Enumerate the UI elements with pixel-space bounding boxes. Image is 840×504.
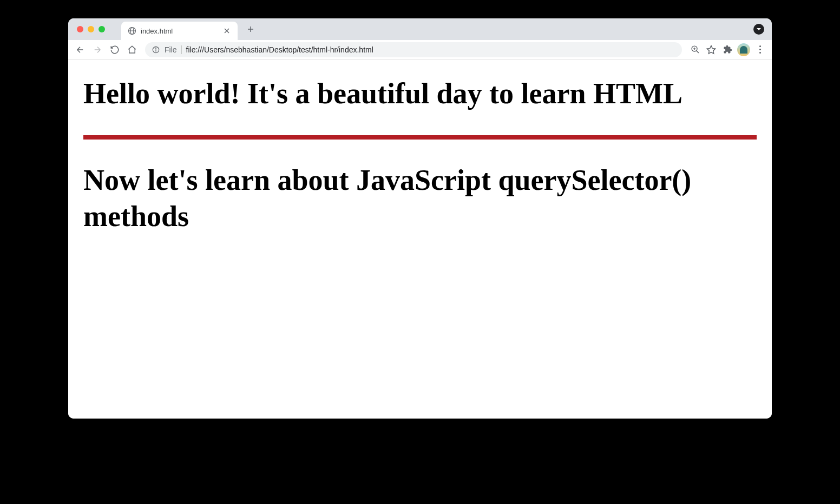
search-tabs-button[interactable] <box>753 24 764 35</box>
minimize-window-button[interactable] <box>88 26 94 32</box>
bookmark-icon[interactable] <box>704 42 719 57</box>
url-box[interactable]: File file:///Users/nsebhastian/Desktop/t… <box>145 42 682 57</box>
page-heading-2: Now let's learn about JavaScript querySe… <box>83 162 757 235</box>
home-button[interactable] <box>124 42 140 57</box>
window-controls <box>68 26 105 32</box>
tab-title: index.html <box>141 27 218 35</box>
url-text: file:///Users/nsebhastian/Desktop/test/h… <box>186 45 675 54</box>
globe-icon <box>128 26 136 35</box>
menu-button[interactable] <box>752 42 767 57</box>
svg-line-11 <box>696 51 698 53</box>
zoom-icon[interactable] <box>687 42 703 57</box>
url-divider <box>181 45 182 54</box>
close-window-button[interactable] <box>77 26 83 32</box>
browser-tab[interactable]: index.html <box>121 22 238 40</box>
extensions-icon[interactable] <box>720 42 735 57</box>
new-tab-button[interactable] <box>243 22 258 37</box>
forward-button[interactable] <box>90 42 105 57</box>
page-heading-1: Hello world! It's a beautiful day to lea… <box>83 76 757 112</box>
page-content: Hello world! It's a beautiful day to lea… <box>68 59 772 419</box>
horizontal-rule <box>83 135 757 140</box>
toolbar-icons <box>687 42 767 57</box>
back-button[interactable] <box>73 42 88 57</box>
profile-avatar[interactable] <box>737 43 750 56</box>
tab-bar: index.html <box>68 18 772 40</box>
browser-window: index.html <box>68 18 772 419</box>
site-info-icon[interactable] <box>152 45 160 54</box>
url-scheme: File <box>165 45 177 54</box>
svg-point-9 <box>155 48 156 48</box>
close-tab-button[interactable] <box>222 26 231 35</box>
maximize-window-button[interactable] <box>99 26 105 32</box>
address-bar: File file:///Users/nsebhastian/Desktop/t… <box>68 40 772 59</box>
reload-button[interactable] <box>107 42 122 57</box>
